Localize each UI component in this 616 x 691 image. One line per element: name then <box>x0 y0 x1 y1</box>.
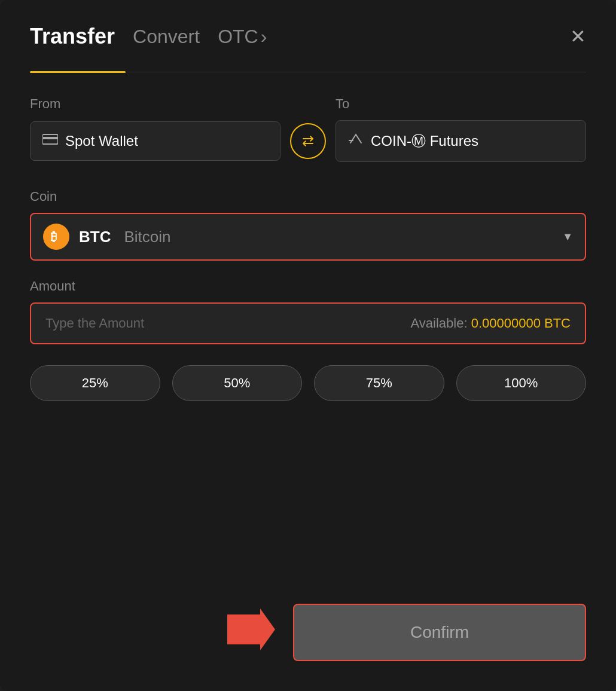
svg-text:₿: ₿ <box>51 230 57 243</box>
to-wallet-label: COIN-Ⓜ Futures <box>371 132 478 151</box>
wallet-icon <box>42 133 58 149</box>
close-button[interactable]: ✕ <box>570 27 586 46</box>
svg-rect-2 <box>44 139 47 141</box>
from-label: From <box>30 96 60 111</box>
chevron-down-icon: ▼ <box>562 231 573 243</box>
tab-otc[interactable]: OTC › <box>218 26 267 48</box>
coin-section: Coin ₿ BTC Bitcoin ▼ <box>30 189 586 261</box>
futures-icon <box>348 132 364 150</box>
amount-section: Amount Type the Amount Available: 0.0000… <box>30 279 586 344</box>
to-wallet[interactable]: COIN-Ⓜ Futures <box>336 120 586 162</box>
confirm-area: Confirm <box>30 604 586 661</box>
amount-label: Amount <box>30 279 586 294</box>
tab-divider <box>30 60 586 72</box>
pct-25-button[interactable]: 25% <box>30 365 160 401</box>
amount-box: Type the Amount Available: 0.00000000 BT… <box>30 302 586 344</box>
confirm-button[interactable]: Confirm <box>293 604 586 661</box>
tab-transfer[interactable]: Transfer <box>30 24 115 49</box>
pct-100-button[interactable]: 100% <box>456 365 587 401</box>
coin-label: Coin <box>30 189 586 204</box>
available-amount: 0.00000000 BTC <box>471 316 571 331</box>
coin-selector[interactable]: ₿ BTC Bitcoin ▼ <box>30 213 586 261</box>
pct-75-button[interactable]: 75% <box>314 365 444 401</box>
available-text: Available: 0.00000000 BTC <box>411 316 571 331</box>
from-to-labels: From To <box>30 96 586 112</box>
coin-full-name: Bitcoin <box>124 228 170 246</box>
swap-button[interactable]: ⇄ <box>290 123 326 159</box>
pct-50-button[interactable]: 50% <box>172 365 303 401</box>
from-wallet-label: Spot Wallet <box>65 133 138 149</box>
from-to-row: Spot Wallet ⇄ COIN-Ⓜ Futures <box>30 120 586 162</box>
from-wallet[interactable]: Spot Wallet <box>30 121 280 161</box>
to-label: To <box>336 96 349 111</box>
coin-symbol: BTC <box>79 228 111 246</box>
header: Transfer Convert OTC › ✕ <box>30 24 586 49</box>
arrow-indicator <box>227 609 275 656</box>
modal-container: Transfer Convert OTC › ✕ From To <box>0 0 616 691</box>
svg-rect-1 <box>42 137 58 139</box>
svg-marker-4 <box>227 609 275 650</box>
percentage-row: 25% 50% 75% 100% <box>30 365 586 401</box>
amount-placeholder[interactable]: Type the Amount <box>45 316 144 331</box>
btc-icon: ₿ <box>43 224 69 250</box>
swap-icon: ⇄ <box>302 133 314 149</box>
tab-convert[interactable]: Convert <box>133 26 200 48</box>
